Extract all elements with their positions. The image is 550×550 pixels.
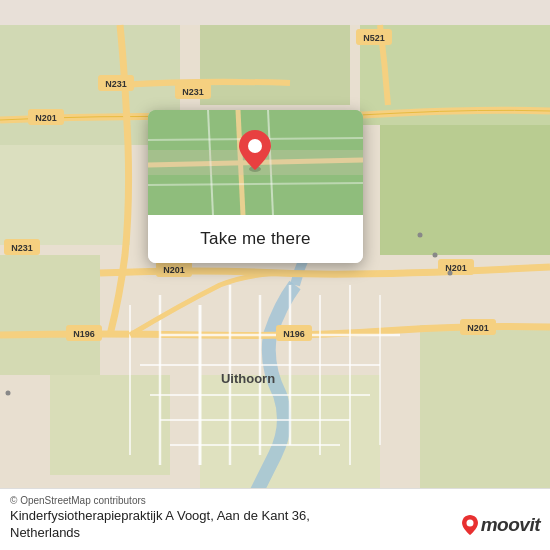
svg-text:N201: N201 [467, 323, 489, 333]
svg-point-48 [6, 391, 11, 396]
svg-point-45 [418, 233, 423, 238]
location-pin-icon [237, 128, 273, 172]
svg-text:N231: N231 [182, 87, 204, 97]
svg-point-58 [248, 139, 262, 153]
bottom-bar: © OpenStreetMap contributors Kinderfysio… [0, 488, 550, 550]
svg-point-47 [448, 271, 453, 276]
osm-credit: © OpenStreetMap contributors [10, 495, 540, 506]
svg-text:N231: N231 [11, 243, 33, 253]
svg-rect-6 [0, 255, 100, 375]
popup-card: Take me there [148, 110, 363, 263]
popup-map-preview [148, 110, 363, 215]
svg-text:N521: N521 [363, 33, 385, 43]
map-container: N201 N231 N231 N231 N521 N201 N201 N196 … [0, 0, 550, 550]
location-text: Kinderfysiotherapiepraktijk A Voogt, Aan… [10, 508, 451, 542]
svg-rect-7 [50, 375, 170, 475]
svg-point-46 [433, 253, 438, 258]
bottom-bar-row: Kinderfysiotherapiepraktijk A Voogt, Aan… [10, 508, 540, 542]
svg-rect-5 [0, 145, 130, 245]
svg-text:N196: N196 [73, 329, 95, 339]
svg-rect-4 [380, 125, 550, 255]
take-me-there-button[interactable]: Take me there [148, 215, 363, 263]
moovit-pin-icon [461, 514, 479, 536]
svg-text:N231: N231 [105, 79, 127, 89]
svg-rect-9 [420, 325, 550, 495]
location-country: Netherlands [10, 525, 80, 540]
svg-text:Uithoorn: Uithoorn [221, 371, 275, 386]
map-svg: N201 N231 N231 N231 N521 N201 N201 N196 … [0, 0, 550, 550]
svg-point-59 [466, 520, 473, 527]
moovit-logo: moovit [461, 514, 540, 536]
svg-text:N196: N196 [283, 329, 305, 339]
location-name: Kinderfysiotherapiepraktijk A Voogt, Aan… [10, 508, 310, 523]
svg-rect-2 [200, 25, 350, 105]
osm-credit-text: © OpenStreetMap contributors [10, 495, 146, 506]
moovit-text: moovit [481, 514, 540, 536]
svg-text:N201: N201 [163, 265, 185, 275]
svg-text:N201: N201 [35, 113, 57, 123]
